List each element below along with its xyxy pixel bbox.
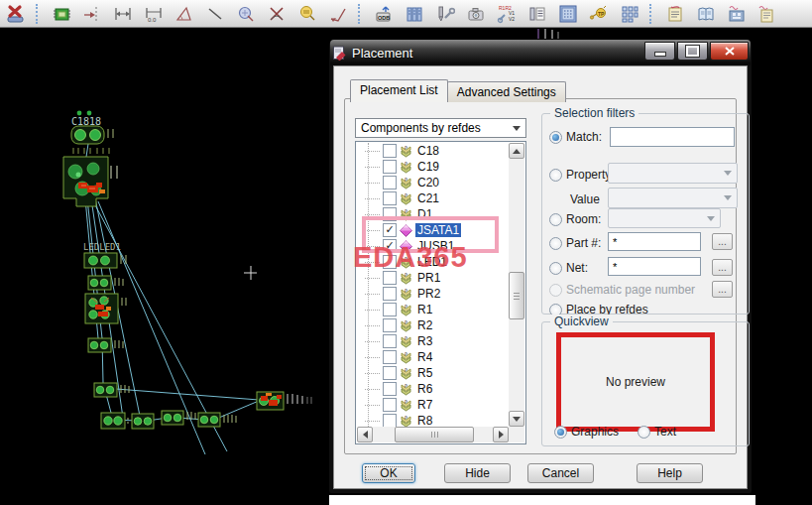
item-checkbox[interactable] xyxy=(383,303,397,316)
tree-item-r5[interactable]: PR5 xyxy=(357,365,509,381)
tree-item-pr1[interactable]: PPR1 xyxy=(357,270,509,286)
item-label[interactable]: PR1 xyxy=(415,271,442,285)
tree-item-r1[interactable]: PR1 xyxy=(357,302,509,317)
item-checkbox[interactable]: ✓ xyxy=(383,239,397,253)
screw-wrench-icon[interactable] xyxy=(433,2,457,26)
cancel-button[interactable]: Cancel xyxy=(527,463,594,483)
vertical-scrollbar[interactable] xyxy=(509,143,524,427)
dimension-pin-icon[interactable] xyxy=(80,2,104,26)
dialog-titlebar[interactable]: Placement xyxy=(330,40,751,65)
item-label[interactable]: PR2 xyxy=(415,287,442,301)
tree-item-r4[interactable]: PR4 xyxy=(357,349,509,365)
item-checkbox[interactable] xyxy=(383,144,397,158)
item-label[interactable]: R5 xyxy=(415,366,434,380)
line-45-icon[interactable] xyxy=(203,2,227,26)
part-browse-button[interactable]: ... xyxy=(712,233,733,250)
item-checkbox[interactable] xyxy=(383,160,397,174)
value-dropdown[interactable] xyxy=(608,188,738,208)
column-view-icon[interactable] xyxy=(403,2,426,26)
tree-item-jsata1[interactable]: ✓JSATA1 xyxy=(357,222,509,238)
item-label[interactable]: R1 xyxy=(415,303,434,316)
matrix-grid-icon[interactable] xyxy=(556,2,580,26)
item-checkbox[interactable] xyxy=(383,207,397,221)
item-checkbox[interactable] xyxy=(383,255,397,269)
tree-item-r2[interactable]: PR2 xyxy=(357,317,509,333)
dimension-linear-icon[interactable] xyxy=(111,2,135,26)
item-label[interactable]: C18 xyxy=(415,144,441,158)
tab-advanced-settings[interactable]: Advanced Settings xyxy=(447,81,566,102)
tab-placement-list[interactable]: Placement List xyxy=(350,79,448,102)
tree-item-d1[interactable]: PD1 xyxy=(357,206,509,222)
schematic-browse-button[interactable]: ... xyxy=(712,281,733,298)
pad-array-icon[interactable] xyxy=(618,2,641,26)
close-button[interactable] xyxy=(710,42,749,61)
board-simulate-icon[interactable] xyxy=(725,2,749,26)
tree-item-jusb1[interactable]: ✓JUSB1 xyxy=(357,238,509,254)
tree-item-r8[interactable]: PR8 xyxy=(357,413,509,427)
board-delete-icon[interactable] xyxy=(4,2,28,26)
item-checkbox[interactable] xyxy=(383,398,397,412)
scroll-up-button[interactable] xyxy=(509,143,524,159)
item-checkbox[interactable] xyxy=(383,382,397,396)
tree-item-c20[interactable]: PC20 xyxy=(357,175,509,190)
tree-item-pr2[interactable]: PPR2 xyxy=(357,286,509,302)
item-label[interactable]: D1 xyxy=(415,207,434,221)
place-component-icon[interactable] xyxy=(50,2,73,26)
net-input[interactable] xyxy=(608,257,701,276)
scroll-left-button[interactable] xyxy=(357,427,373,442)
room-dropdown[interactable] xyxy=(608,208,721,228)
item-checkbox[interactable] xyxy=(383,271,397,285)
item-label[interactable]: R3 xyxy=(415,334,434,348)
item-label[interactable]: JUSB1 xyxy=(415,239,456,253)
match-radio[interactable] xyxy=(549,131,562,144)
item-checkbox[interactable] xyxy=(383,350,397,364)
camera-snapshot-icon[interactable] xyxy=(464,2,488,26)
scroll-right-button[interactable] xyxy=(493,427,509,442)
minimize-button[interactable] xyxy=(644,42,675,61)
item-checkbox[interactable] xyxy=(383,191,397,205)
help-button[interactable]: Help xyxy=(637,463,703,483)
net-browse-button[interactable]: ... xyxy=(712,259,733,276)
schematic-page-radio[interactable] xyxy=(549,284,562,297)
item-checkbox[interactable] xyxy=(383,334,397,348)
property-dropdown[interactable] xyxy=(608,163,738,184)
pcb-component-d1[interactable] xyxy=(63,157,117,206)
list-mode-dropdown[interactable]: Components by refdes xyxy=(355,118,526,138)
horizontal-scrollbar[interactable] xyxy=(357,427,509,442)
item-label[interactable]: R4 xyxy=(415,350,434,364)
tree-item-r6[interactable]: PR6 xyxy=(357,381,509,397)
part-input[interactable] xyxy=(608,232,701,251)
paste-special-icon[interactable] xyxy=(755,2,779,26)
item-label[interactable]: C19 xyxy=(415,160,441,174)
tree-item-c18[interactable]: PC18 xyxy=(357,143,509,159)
room-radio[interactable] xyxy=(549,213,562,226)
horizontal-scroll-thumb[interactable] xyxy=(395,427,474,442)
tree-item-r3[interactable]: PR3 xyxy=(357,333,509,349)
odb-export-icon[interactable]: ODB xyxy=(372,2,396,26)
tree-item-r7[interactable]: PR7 xyxy=(357,397,509,413)
variant-update-icon[interactable]: R1R2V1V2 xyxy=(495,2,519,26)
item-checkbox[interactable] xyxy=(383,287,397,301)
design-book-icon[interactable] xyxy=(694,2,718,26)
property-radio[interactable] xyxy=(549,169,562,182)
ok-button[interactable]: OK xyxy=(362,463,415,483)
item-label[interactable]: JSATA1 xyxy=(415,223,461,237)
maximize-button[interactable] xyxy=(677,42,708,61)
pin-report-icon[interactable] xyxy=(525,2,549,26)
item-label[interactable]: R6 xyxy=(415,382,434,396)
item-label[interactable]: R8 xyxy=(415,414,434,427)
item-label[interactable]: C21 xyxy=(415,191,441,205)
part-radio[interactable] xyxy=(549,237,562,250)
item-label[interactable]: C20 xyxy=(415,176,441,189)
tree-item-c19[interactable]: PC19 xyxy=(357,159,509,175)
tree-item-led1[interactable]: PLED1 xyxy=(357,254,509,270)
item-label[interactable]: LED1 xyxy=(415,255,449,269)
testpoint-icon[interactable]: TP xyxy=(587,2,611,26)
cross-probe-icon[interactable] xyxy=(265,2,289,26)
dimension-ordinate-icon[interactable]: 0.0 xyxy=(142,2,166,26)
item-checkbox[interactable] xyxy=(383,366,397,380)
hide-button[interactable]: Hide xyxy=(444,463,511,483)
item-checkbox[interactable] xyxy=(383,414,397,427)
item-label[interactable]: R2 xyxy=(415,318,434,332)
item-checkbox[interactable] xyxy=(383,176,397,189)
